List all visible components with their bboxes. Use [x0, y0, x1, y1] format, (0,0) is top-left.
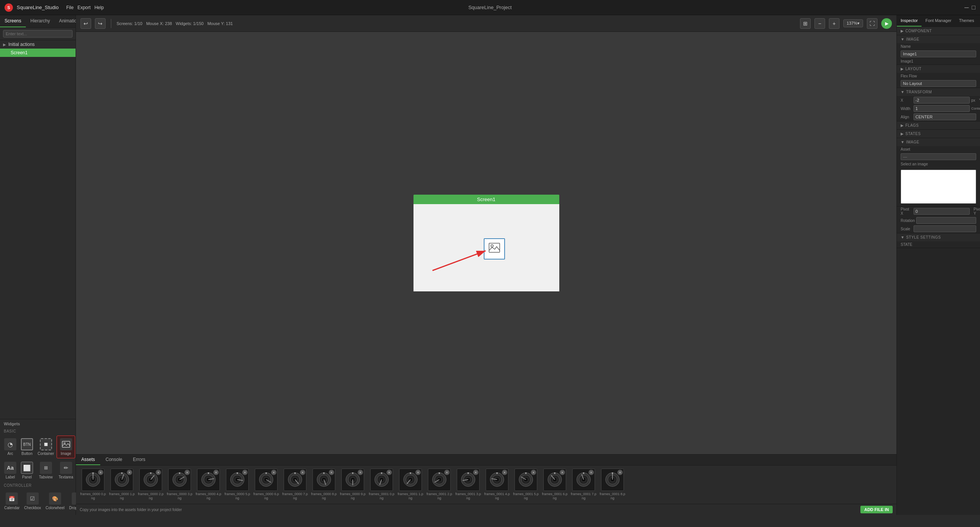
asset-delete-button[interactable]: ×	[358, 470, 363, 475]
widget-image[interactable]: Image	[57, 436, 75, 458]
tree-item-initial-actions[interactable]: ▶ Initial actions	[0, 40, 76, 49]
asset-delete-button[interactable]: ×	[156, 470, 161, 475]
asset-item[interactable]: ×frames_0000 4.png	[195, 468, 222, 501]
states-section-title[interactable]: ▶ States	[897, 130, 980, 138]
asset-delete-button[interactable]: ×	[98, 470, 103, 475]
asset-item[interactable]: ×frames_0001 8.png	[599, 468, 626, 501]
play-button[interactable]: ▶	[881, 18, 892, 29]
search-input[interactable]	[3, 30, 73, 38]
widget-tabview[interactable]: ⊞ Tabview	[36, 459, 56, 482]
flex-flow-label: Flex Flow	[900, 74, 920, 78]
asset-delete-button[interactable]: ×	[560, 470, 565, 475]
asset-item[interactable]: ×frames_0000 6.png	[253, 468, 280, 501]
image-preview-box[interactable]	[900, 170, 976, 204]
asset-delete-button[interactable]: ×	[127, 470, 132, 475]
asset-item[interactable]: ×frames_0001 7.png	[570, 468, 597, 501]
zoom-out-button[interactable]: −	[815, 18, 825, 29]
asset-item[interactable]: ×frames_0000 9.png	[339, 468, 366, 501]
tab-font-manager[interactable]: Font Manager	[921, 15, 955, 27]
asset-delete-button[interactable]: ×	[617, 470, 623, 475]
tab-themes[interactable]: Themes	[955, 15, 978, 27]
align-input[interactable]	[913, 113, 976, 120]
x-input[interactable]	[913, 97, 970, 103]
asset-delete-button[interactable]: ×	[185, 470, 190, 475]
asset-item[interactable]: ×frames_0000 2.png	[137, 468, 164, 501]
asset-delete-button[interactable]: ×	[271, 470, 277, 475]
style-settings-title[interactable]: ▼ STYLE SETTINGS	[897, 233, 980, 241]
image-sub-section-title[interactable]: ▼ Image	[897, 138, 980, 146]
asset-row: Asset	[897, 146, 980, 152]
widget-arc[interactable]: ◔ Arc	[2, 436, 18, 458]
widget-panel[interactable]: ⬜ Panel	[19, 459, 35, 482]
screen-content[interactable]	[414, 204, 559, 291]
redo-button[interactable]: ↪	[95, 18, 105, 29]
zoom-level[interactable]: 137%▾	[843, 19, 863, 27]
maximize-button[interactable]: □	[972, 4, 975, 11]
canvas-area[interactable]: Screen1	[76, 32, 896, 454]
widget-label[interactable]: Aa Label	[2, 459, 18, 482]
widget-container[interactable]: ⬜ Container	[36, 436, 56, 458]
select-image-row: Select an image	[897, 161, 980, 167]
tab-errors[interactable]: Errors	[127, 454, 151, 465]
widget-colorwheel[interactable]: 🎨 Colorwheel	[44, 490, 67, 513]
asset-item[interactable]: ×frames_0001 2.png	[426, 468, 453, 501]
asset-item[interactable]: ×frames_0001 4.png	[484, 468, 510, 501]
transform-section-title[interactable]: ▼ Transform	[897, 88, 980, 96]
asset-item[interactable]: ×frames_0001 3.png	[455, 468, 482, 501]
asset-item[interactable]: ×frames_0000 3.png	[166, 468, 193, 501]
flags-section-title[interactable]: ▶ Flags	[897, 121, 980, 129]
asset-delete-button[interactable]: ×	[329, 470, 334, 475]
asset-item[interactable]: ×frames_0001 5.png	[512, 468, 539, 501]
tab-console[interactable]: Console	[100, 454, 127, 465]
rotation-row: Rotation	[897, 216, 980, 225]
width-input[interactable]	[913, 105, 970, 112]
minimize-button[interactable]: ─	[964, 4, 969, 11]
asset-delete-button[interactable]: ×	[213, 470, 219, 475]
asset-delete-button[interactable]: ×	[444, 470, 450, 475]
widget-calendar[interactable]: 📅 Calendar	[2, 490, 22, 513]
zoom-in-button[interactable]: +	[829, 18, 840, 29]
tab-inspector[interactable]: Inspector	[897, 15, 921, 27]
asset-item[interactable]: ×frames_0001 6.png	[541, 468, 568, 501]
asset-item[interactable]: ×frames_0000 1.png	[108, 468, 135, 501]
component-section-title[interactable]: ▶ COMPONENT	[897, 27, 980, 35]
export-menu[interactable]: Export	[78, 5, 91, 10]
asset-item[interactable]: ×frames_0001 0.png	[368, 468, 395, 501]
asset-delete-button[interactable]: ×	[502, 470, 507, 475]
asset-delete-button[interactable]: ×	[242, 470, 248, 475]
image-section-title[interactable]: ▼ IMAGE	[897, 35, 980, 43]
layout-section-title[interactable]: ▶ Layout	[897, 65, 980, 73]
asset-input[interactable]	[900, 153, 976, 160]
asset-delete-button[interactable]: ×	[531, 470, 536, 475]
fullscreen-button[interactable]: ⛶	[867, 18, 878, 29]
scale-input[interactable]	[913, 225, 976, 232]
rotation-input[interactable]	[916, 217, 976, 224]
tab-assets[interactable]: Assets	[76, 454, 100, 465]
name-input[interactable]	[900, 51, 976, 57]
asset-delete-button[interactable]: ×	[589, 470, 594, 475]
flex-flow-input[interactable]	[900, 80, 976, 87]
asset-item[interactable]: ×frames_0000 7.png	[282, 468, 308, 501]
help-menu[interactable]: Help	[95, 5, 104, 10]
asset-item[interactable]: ×frames_0000 8.png	[310, 468, 337, 501]
tree-item-screen1[interactable]: Screen1	[0, 49, 76, 57]
add-file-button[interactable]: ADD FILE IN	[861, 506, 892, 513]
tab-hierarchy[interactable]: Hierarchy	[26, 15, 54, 27]
widget-checkbox[interactable]: ☑ Checkbox	[22, 490, 43, 513]
image-widget[interactable]	[484, 238, 505, 260]
asset-delete-button[interactable]: ×	[300, 470, 305, 475]
widget-textarea[interactable]: ✏ Textarea	[57, 459, 75, 482]
file-menu[interactable]: File	[67, 5, 74, 10]
asset-item[interactable]: ×frames_0000 5.png	[224, 468, 251, 501]
asset-delete-button[interactable]: ×	[473, 470, 479, 475]
widget-button[interactable]: BTN Button	[19, 436, 35, 458]
fit-button[interactable]: ⊞	[800, 18, 811, 29]
tab-screens[interactable]: Screens	[0, 15, 26, 27]
asset-delete-button[interactable]: ×	[387, 470, 392, 475]
asset-delete-button[interactable]: ×	[415, 470, 421, 475]
pivot-x-input[interactable]	[913, 208, 970, 215]
tab-hide[interactable]: Hide	[978, 15, 980, 27]
asset-item[interactable]: ×frames_0001 1.png	[397, 468, 424, 501]
undo-button[interactable]: ↩	[81, 18, 91, 29]
asset-item[interactable]: ×frames_0000 0.png	[80, 468, 106, 501]
